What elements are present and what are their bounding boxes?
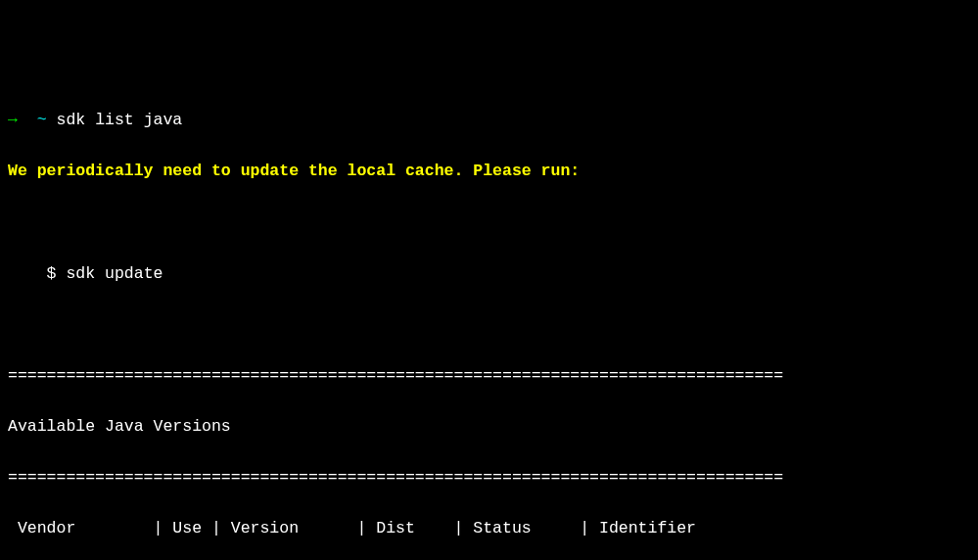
table-header: Vendor | Use | Version | Dist | Status |…: [8, 516, 970, 541]
table-title: Available Java Versions: [8, 414, 970, 440]
prompt-tilde: ~: [37, 111, 47, 129]
update-command-line: $ sdk update: [8, 261, 970, 287]
update-cmd-prefix: $: [8, 264, 66, 283]
divider-mid: ========================================…: [8, 465, 970, 490]
divider-top: ========================================…: [8, 363, 970, 389]
warning-message: We periodically need to update the local…: [8, 159, 970, 184]
update-cmd: sdk update: [66, 264, 163, 283]
prompt-arrow-icon: →: [8, 111, 18, 129]
prompt-command: sdk list java: [57, 111, 183, 129]
prompt-line[interactable]: → ~ sdk list java: [8, 108, 970, 133]
blank-line: [8, 312, 970, 338]
blank-line: [8, 210, 970, 236]
